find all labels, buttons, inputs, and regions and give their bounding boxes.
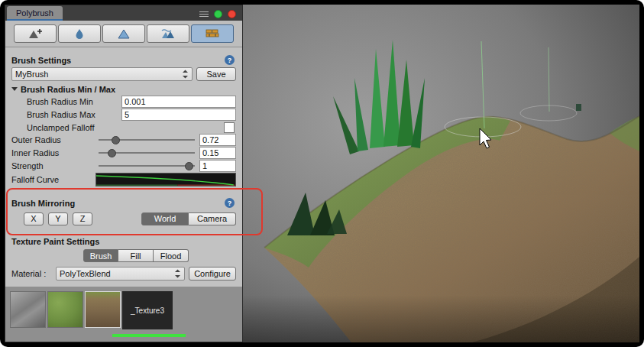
close-dot-icon[interactable]	[228, 10, 236, 18]
strength-value-input[interactable]	[199, 160, 236, 172]
texture-swatch-dirt[interactable]	[85, 291, 121, 328]
sculpt-mountain-icon	[27, 28, 44, 40]
slider-track	[99, 165, 195, 167]
tool-color-paint-button[interactable]	[102, 24, 145, 43]
brush-preset-value: MyBrush	[15, 70, 182, 79]
brush-preset-dropdown[interactable]: MyBrush	[11, 67, 193, 81]
mirror-x-button[interactable]: X	[24, 212, 44, 225]
material-dropdown[interactable]: PolyTexBlend	[56, 267, 185, 281]
section-title-brush-mirroring: Brush Mirroring	[11, 199, 75, 208]
slider-thumb[interactable]	[185, 162, 193, 170]
save-button[interactable]: Save	[196, 67, 236, 81]
paint-mode-toggle: Brush Fill Flood	[83, 249, 236, 262]
foldout-arrow-icon[interactable]	[11, 87, 18, 91]
window-menu-icon[interactable]	[199, 11, 209, 18]
outer-radius-value-input[interactable]	[199, 134, 236, 146]
material-label: Material :	[11, 269, 56, 278]
inner-radius-label: Inner Radius	[11, 148, 94, 157]
smooth-droplet-icon	[71, 28, 88, 40]
brush-radius-min-label: Brush Radius Min	[27, 97, 121, 106]
strength-slider[interactable]	[99, 161, 195, 171]
slider-thumb[interactable]	[108, 149, 116, 157]
tool-texture-paint-button[interactable]	[191, 24, 234, 43]
space-camera-button[interactable]: Camera	[189, 212, 236, 225]
minimize-dot-icon[interactable]	[214, 10, 222, 18]
mode-brush-button[interactable]: Brush	[83, 249, 118, 262]
brush-radius-max-label: Brush Radius Max	[27, 110, 121, 119]
brush-radius-min-input[interactable]	[121, 96, 236, 108]
popup-arrows-icon	[182, 70, 189, 79]
texture-swatch-texture3[interactable]: _Texture3	[122, 291, 173, 329]
brush-mirroring-help-icon[interactable]: ?	[225, 198, 235, 208]
falloff-curve-label: Falloff Curve	[11, 175, 91, 184]
mode-flood-button[interactable]: Flood	[154, 249, 189, 262]
falloff-curve-field[interactable]	[95, 173, 236, 186]
brush-settings-help-icon[interactable]: ?	[225, 55, 235, 65]
polybrush-window: Polybrush	[5, 5, 243, 342]
mirror-space-toggle: World Camera	[141, 212, 236, 225]
window-titlebar: Polybrush	[5, 5, 242, 21]
scatter-prefab-icon	[160, 28, 176, 40]
slider-thumb[interactable]	[112, 136, 120, 144]
tool-toolbar	[5, 21, 242, 47]
tab-polybrush[interactable]: Polybrush	[7, 6, 63, 21]
inner-radius-slider[interactable]	[99, 148, 195, 158]
tool-sculpt-button[interactable]	[14, 24, 57, 43]
panel-content: Brush Settings ? MyBrush Save Brush Radi…	[5, 47, 242, 342]
space-world-button[interactable]: World	[141, 212, 189, 225]
texture-swatch-rock[interactable]	[10, 291, 46, 328]
scene-viewport[interactable]	[243, 5, 639, 342]
scene-render	[243, 5, 639, 342]
brush-radius-max-input[interactable]	[121, 109, 236, 121]
mode-fill-button[interactable]: Fill	[118, 249, 154, 262]
tool-smooth-button[interactable]	[58, 24, 101, 43]
tab-label: Polybrush	[16, 8, 53, 18]
material-value: PolyTexBlend	[60, 269, 174, 278]
mirror-y-button[interactable]: Y	[48, 212, 68, 225]
configure-button[interactable]: Configure	[189, 267, 236, 281]
outer-radius-label: Outer Radius	[11, 135, 94, 144]
falloff-curve-icon	[96, 174, 235, 186]
radius-foldout-label: Brush Radius Min / Max	[21, 85, 115, 94]
outer-radius-slider[interactable]	[99, 135, 195, 145]
popup-arrows-icon	[174, 269, 181, 278]
texture-palette: _Texture3	[5, 287, 242, 342]
window-controls	[199, 10, 242, 21]
strength-label: Strength	[11, 161, 94, 170]
texture-swatch-grass[interactable]	[47, 291, 83, 328]
texture3-label: _Texture3	[131, 306, 164, 315]
texture-bricks-icon	[204, 28, 221, 40]
section-title-brush-settings: Brush Settings	[11, 56, 71, 65]
section-title-texture-paint: Texture Paint Settings	[11, 237, 99, 246]
screenshot-frame: Polybrush	[0, 0, 644, 347]
unclamped-falloff-checkbox[interactable]	[224, 122, 235, 133]
color-paint-triangle-icon	[115, 28, 132, 40]
texture-blend-progress-bar	[112, 334, 186, 337]
mirror-z-button[interactable]: Z	[73, 212, 92, 225]
tool-scatter-button[interactable]	[147, 24, 189, 43]
unclamped-falloff-label: Unclamped Falloff	[27, 123, 135, 132]
inner-radius-value-input[interactable]	[199, 147, 236, 159]
